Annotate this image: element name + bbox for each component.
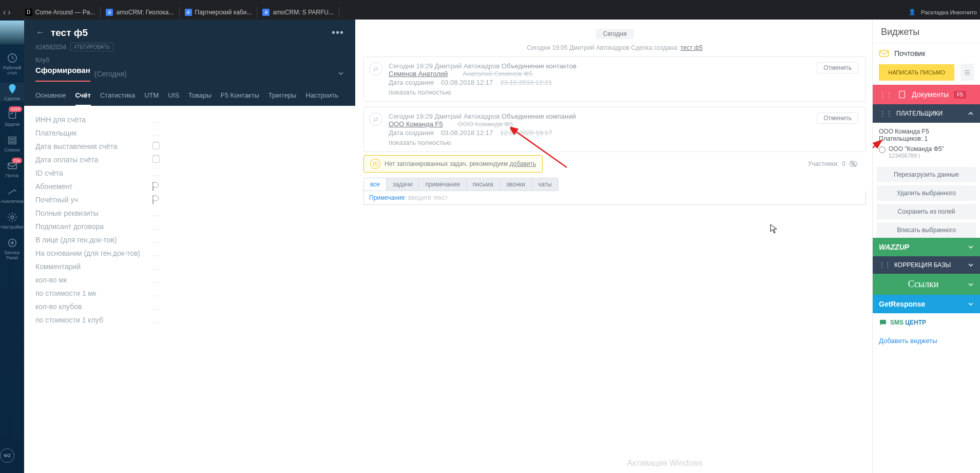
field-row[interactable]: кол-во мк...	[35, 273, 344, 287]
incognito-icon: 👤	[909, 9, 916, 15]
field-row[interactable]: по стоимости 1 мк...	[35, 287, 344, 300]
payer-item[interactable]: ООО "Команда Ф5" 123456789 |	[879, 145, 974, 159]
tab-Товары[interactable]: Товары	[188, 86, 212, 106]
write-mail-button[interactable]: НАПИСАТЬ ПИСЬМО	[879, 64, 954, 81]
svg-rect-4	[8, 143, 16, 144]
field-row[interactable]: по стоимости 1 клуб...	[35, 313, 344, 327]
widget-correction[interactable]: ⋮⋮КОРРЕКЦИЯ БАЗЫ	[873, 256, 980, 274]
widget-getresponse[interactable]: GetResponse	[873, 295, 980, 313]
field-row[interactable]: Дата выставления счёта	[35, 140, 344, 153]
field-row[interactable]: Плательщик...	[35, 126, 344, 140]
feed-tab-звонки[interactable]: звонки	[500, 178, 532, 191]
note-input[interactable]: Примечание: введите текст	[363, 191, 866, 205]
widget-mail: Почтовик	[873, 43, 980, 64]
svg-rect-2	[8, 137, 16, 139]
lead-title[interactable]: тест ф5	[51, 27, 332, 39]
field-row[interactable]: Абонемент	[35, 180, 344, 193]
tab-Настроить[interactable]: Настроить	[305, 86, 338, 106]
nav-forward-icon[interactable]: ›	[8, 8, 10, 17]
nav-analytics[interactable]: Аналитика	[0, 185, 24, 204]
svg-rect-14	[880, 320, 886, 325]
field-row[interactable]: Комментарий...	[35, 260, 344, 273]
nav-service[interactable]: Service Panel	[0, 237, 24, 260]
nav-mail[interactable]: Почта72к	[0, 160, 24, 178]
payer-action-button[interactable]: Сохранить из полей	[877, 204, 976, 219]
payer-radio[interactable]	[879, 146, 886, 153]
tab-Триггеры[interactable]: Триггеры	[268, 86, 297, 106]
nav-back-icon[interactable]: ‹	[3, 8, 6, 17]
user-avatar[interactable]	[0, 21, 24, 45]
browser-tab[interactable]: DCome Around — Pa...	[20, 7, 101, 18]
wazzup-shortcut[interactable]: WZ	[0, 448, 24, 463]
field-row[interactable]: ID счёта...	[35, 166, 344, 180]
widget-sms[interactable]: SMS ЦЕНТР	[873, 313, 980, 332]
lead-status[interactable]: Сформирован	[35, 66, 90, 82]
browser-tab[interactable]: aamoCRM: Геолока...	[101, 7, 179, 18]
add-task-link[interactable]: добавить	[510, 160, 536, 167]
created-lead-link[interactable]: тест ф5	[680, 44, 702, 51]
tab-UIS[interactable]: UIS	[168, 86, 179, 106]
field-row[interactable]: Полные реквизиты...	[35, 206, 344, 220]
tab-Счёт[interactable]: Счёт	[75, 86, 91, 106]
svg-rect-11	[880, 50, 889, 56]
more-menu-icon[interactable]: •••	[332, 27, 344, 39]
widget-payers-header[interactable]: ⋮⋮ ПЛАТЕЛЬЩИКИ	[873, 104, 980, 123]
payer-action-button[interactable]: Вписать выбранного	[877, 222, 976, 238]
field-row[interactable]: В лице (для ген.док-тов)...	[35, 233, 344, 247]
tab-F5 Контакты[interactable]: F5 Контакты	[221, 86, 259, 106]
nav-deals[interactable]: Сделки	[0, 83, 24, 101]
field-row[interactable]: Подписант договора...	[35, 220, 344, 233]
widget-wazzup[interactable]: WAZZUP	[873, 238, 980, 256]
status-chevron-icon[interactable]	[338, 70, 344, 78]
drag-icon: ⋮⋮	[879, 90, 892, 99]
feed-tab-все[interactable]: все	[364, 178, 387, 191]
svg-point-6	[11, 216, 14, 219]
nav-desktop[interactable]: Рабочий стол	[0, 52, 24, 75]
field-row[interactable]: На основании (для ген.док-тов)...	[35, 247, 344, 260]
tab-Основное[interactable]: Основное	[35, 86, 66, 106]
feed-created-meta: Сегодня 19:05 Дмитрий Автокадров Сделка …	[363, 44, 866, 51]
field-row[interactable]: Дата оплаты счёта	[35, 153, 344, 166]
svg-rect-12	[899, 91, 905, 98]
activity-feed: Сегодня Сегодня 19:05 Дмитрий Автокадров…	[355, 20, 872, 473]
chevron-up-icon[interactable]	[968, 110, 974, 117]
nav-lists[interactable]: Списки	[0, 134, 24, 153]
drag-icon: ⋮⋮	[879, 261, 890, 269]
incognito-label: Раскладка Инкогнито	[921, 9, 977, 15]
no-tasks-banner: ◴ Нет запланированных задач, рекомендуем…	[363, 155, 543, 173]
pipeline-label: Клуб	[35, 56, 344, 64]
lead-detail-panel: ← тест ф5 ••• #24582034 #ТЕГИРОВАТЬ Клуб…	[24, 20, 355, 473]
feed-card: ⇄Сегодня 19:29 Дмитрий Автокадров Объеди…	[363, 56, 866, 102]
feed-tab-чаты[interactable]: чаты	[532, 178, 558, 191]
nav-tasks[interactable]: Задачи1019	[0, 108, 24, 127]
widgets-panel: Виджеты Почтовик НАПИСАТЬ ПИСЬМО ⋮⋮ Доку…	[872, 20, 980, 473]
cancel-button[interactable]: Отменить	[817, 112, 858, 124]
tab-UTM[interactable]: UTM	[144, 86, 159, 106]
participants[interactable]: Участники: 0	[808, 159, 858, 168]
tag-button[interactable]: #ТЕГИРОВАТЬ	[70, 43, 113, 51]
widget-links[interactable]: Ссылки	[873, 274, 980, 295]
feed-card: ⇄Сегодня 19:29 Дмитрий Автокадров Объеди…	[363, 107, 866, 152]
lead-status-date: (Сегодня)	[94, 70, 127, 78]
chevron-down-icon	[968, 301, 974, 307]
payer-action-button[interactable]: Перезагрузить данные	[877, 167, 976, 182]
cancel-button[interactable]: Отменить	[817, 62, 858, 73]
left-nav: Рабочий столСделкиЗадачи1019СпискиПочта7…	[0, 20, 24, 473]
feed-tab-задачи[interactable]: задачи	[387, 178, 419, 191]
browser-tab[interactable]: aamoCRM: S PARFU...	[257, 7, 339, 18]
mail-icon	[879, 48, 889, 59]
field-row[interactable]: кол-во клубов...	[35, 300, 344, 313]
field-row[interactable]: ИНН для счёта...	[35, 113, 344, 126]
add-widgets-link[interactable]: Добавить виджеты	[873, 332, 980, 350]
back-arrow-icon[interactable]: ←	[35, 27, 45, 38]
payer-action-button[interactable]: Удалить выбранного	[877, 185, 976, 201]
field-row[interactable]: Почётный уч	[35, 193, 344, 206]
eye-off-icon[interactable]	[849, 159, 858, 168]
nav-settings[interactable]: Настройки	[0, 211, 24, 230]
mail-settings-button[interactable]	[960, 64, 974, 81]
tab-Статистика[interactable]: Статистика	[100, 86, 135, 106]
browser-tab[interactable]: aПартнерский каби...	[180, 7, 258, 18]
widget-docs-header[interactable]: ⋮⋮ Документы F5	[873, 85, 980, 104]
feed-tab-примечания[interactable]: примечания	[419, 178, 466, 191]
feed-tab-письма[interactable]: письма	[467, 178, 500, 191]
